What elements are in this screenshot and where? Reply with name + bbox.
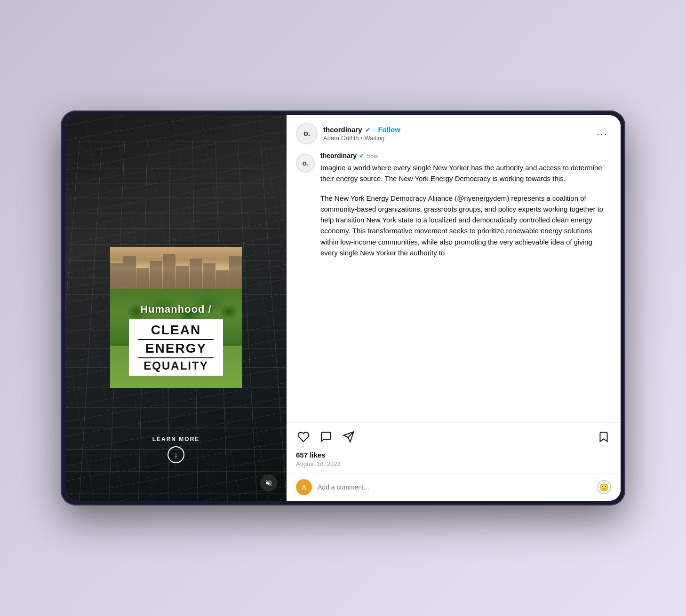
comment-area: A 🙂 (287, 473, 621, 501)
post-content-header: o. theordinary ✔ 55w Imagine a world whe… (296, 152, 611, 258)
clean-energy-block: CLEAN ENERGY EQUALITY (129, 319, 223, 376)
post-verified-icon: ✔ (359, 152, 365, 159)
device-frame: Humanhood / CLEAN ENERGY EQUALITY LEARN … (61, 111, 625, 505)
building (229, 256, 242, 289)
building (163, 254, 175, 289)
post-body: o. theordinary ✔ 55w Imagine a world whe… (287, 152, 621, 422)
header-account-name[interactable]: theordinary (323, 126, 362, 134)
share-button[interactable] (341, 429, 356, 444)
follow-button[interactable]: Follow (378, 126, 400, 134)
post-text-paragraph2: The New York Energy Democracy Alliance (… (320, 193, 611, 259)
emoji-button[interactable]: 🙂 (597, 480, 611, 494)
account-info: theordinary ✔ · Follow Adam Griffith • W… (323, 126, 593, 142)
dot-separator: · (374, 126, 375, 134)
post-date: August 18, 2023 (296, 460, 611, 467)
comment-button[interactable] (319, 429, 334, 444)
commenter-avatar: A (296, 479, 312, 495)
bookmark-button[interactable] (596, 429, 611, 444)
account-sub-label: Adam Griffith • Waiting (323, 134, 593, 142)
video-overlay-text: Humanhood / CLEAN ENERGY EQUALITY (65, 303, 287, 376)
clean-label: CLEAN (138, 323, 214, 338)
building (123, 256, 136, 289)
post-actions-bar (287, 422, 621, 451)
right-panel: o. theordinary ✔ · Follow Adam Griffith … (287, 115, 621, 501)
building (150, 261, 162, 289)
building (176, 266, 189, 289)
learn-more-label: LEARN MORE (65, 436, 287, 442)
down-arrow-icon[interactable]: ↓ (168, 446, 184, 463)
equality-label: EQUALITY (138, 360, 214, 372)
post-header: o. theordinary ✔ · Follow Adam Griffith … (287, 115, 621, 152)
post-avatar: o. (296, 154, 315, 173)
building (216, 270, 229, 289)
building (110, 263, 123, 289)
account-name-row: theordinary ✔ · Follow (323, 126, 593, 134)
post-username-row: theordinary ✔ 55w (320, 152, 611, 159)
city-top (110, 247, 242, 289)
city-buildings (110, 252, 242, 289)
like-button[interactable] (296, 429, 311, 444)
more-options-button[interactable]: ··· (593, 126, 611, 141)
building (190, 259, 202, 289)
likes-count: 657 likes (296, 451, 611, 459)
header-verified-icon: ✔ (365, 126, 371, 134)
humanhood-label: Humanhood / (75, 303, 277, 316)
energy-label: ENERGY (138, 339, 214, 358)
post-username[interactable]: theordinary (320, 152, 357, 159)
header-avatar: o. (296, 123, 318, 144)
post-container: Humanhood / CLEAN ENERGY EQUALITY LEARN … (65, 115, 621, 501)
post-time: 55w (367, 152, 378, 159)
building (136, 268, 149, 289)
learn-more-section[interactable]: LEARN MORE ↓ (65, 436, 287, 463)
comment-input[interactable] (318, 483, 591, 491)
left-panel-video: Humanhood / CLEAN ENERGY EQUALITY LEARN … (65, 115, 287, 501)
post-text-area: theordinary ✔ 55w Imagine a world where … (320, 152, 611, 258)
building (203, 263, 215, 289)
post-meta: 657 likes August 18, 2023 (287, 451, 621, 473)
mute-button[interactable] (260, 474, 277, 491)
post-text-paragraph1: Imagine a world where every single New Y… (320, 162, 611, 184)
